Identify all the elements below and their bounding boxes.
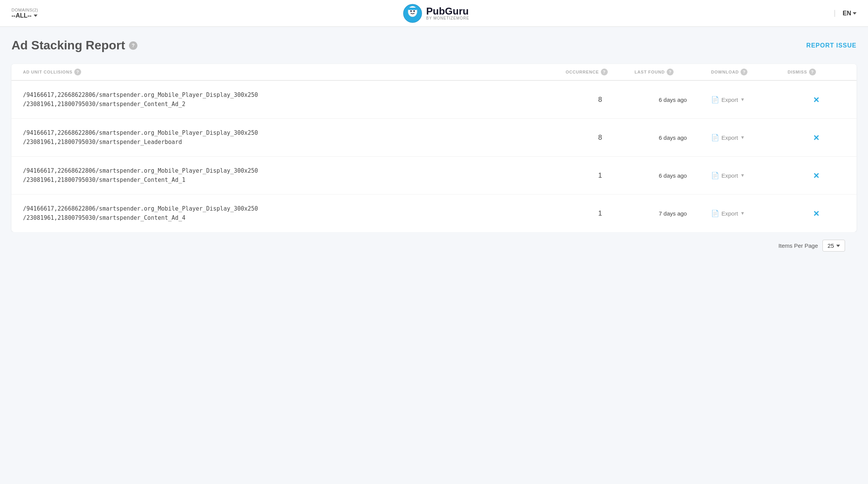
domains-label: DOMAINS(2) <box>11 8 38 12</box>
export-chevron-icon: ▼ <box>740 173 745 178</box>
logo: PubGuru by MONETIZEMORE <box>403 4 469 23</box>
dismiss-button[interactable]: × <box>813 132 819 142</box>
page-header: Ad Stacking Report ? REPORT ISSUE <box>11 38 857 52</box>
dismiss-cell: × <box>788 132 845 142</box>
ad-unit-line1: /94166617,22668622806/smartspender.org_M… <box>23 129 566 136</box>
export-label: Export <box>721 134 738 141</box>
dismiss-cell: × <box>788 208 845 218</box>
occurrence-cell: 1 <box>566 172 635 180</box>
lang-chevron-icon <box>853 12 857 15</box>
domains-dropdown[interactable]: --ALL-- <box>11 12 38 19</box>
col-dismiss-help-icon[interactable]: ? <box>809 69 816 75</box>
export-button[interactable]: 📄 Export ▼ <box>711 134 788 142</box>
col-last-found-help-icon[interactable]: ? <box>667 69 674 75</box>
lang-value: EN <box>843 10 851 17</box>
col-ad-unit: AD UNIT COLLISIONS ? <box>23 69 566 75</box>
ad-unit-line2: /23081961,21800795030/smartspender_Conte… <box>23 177 566 183</box>
domains-section: DOMAINS(2) --ALL-- <box>11 8 38 19</box>
dismiss-cell: × <box>788 170 845 180</box>
page-title-text: Ad Stacking Report <box>11 38 125 52</box>
export-button[interactable]: 📄 Export ▼ <box>711 172 788 180</box>
domains-value: --ALL-- <box>11 12 31 19</box>
occurrence-cell: 8 <box>566 96 635 104</box>
ad-unit-line1: /94166617,22668622806/smartspender.org_M… <box>23 92 566 98</box>
dismiss-cell: × <box>788 95 845 105</box>
ad-unit-cell: /94166617,22668622806/smartspender.org_M… <box>23 205 566 221</box>
ad-unit-line1: /94166617,22668622806/smartspender.org_M… <box>23 205 566 212</box>
col-dismiss: DISMISS ? <box>788 69 845 75</box>
items-per-page-label: Items Per Page <box>778 242 818 249</box>
col-occurrence: OCCURRENCE ? <box>566 69 635 75</box>
export-button[interactable]: 📄 Export ▼ <box>711 96 788 104</box>
col-download-help-icon[interactable]: ? <box>741 69 747 75</box>
ad-unit-line2: /23081961,21800795030/smartspender_Leade… <box>23 139 566 146</box>
svg-point-3 <box>410 10 412 12</box>
collisions-table: AD UNIT COLLISIONS ? OCCURRENCE ? LAST F… <box>11 64 857 232</box>
table-footer: Items Per Page 25 <box>11 232 857 259</box>
col-download: DOWNLOAD ? <box>711 69 788 75</box>
pubguru-logo-icon <box>403 4 422 23</box>
col-occurrence-help-icon[interactable]: ? <box>601 69 608 75</box>
col-ad-unit-help-icon[interactable]: ? <box>74 69 81 75</box>
last-found-cell: 6 days ago <box>635 172 711 179</box>
table-row: /94166617,22668622806/smartspender.org_M… <box>11 157 857 195</box>
dropdown-chevron-icon <box>34 15 38 17</box>
export-label: Export <box>721 172 738 179</box>
export-file-icon: 📄 <box>711 134 719 142</box>
report-issue-button[interactable]: REPORT ISSUE <box>806 42 857 49</box>
dismiss-button[interactable]: × <box>813 208 819 218</box>
page-content: Ad Stacking Report ? REPORT ISSUE AD UNI… <box>0 27 868 271</box>
ad-unit-line1: /94166617,22668622806/smartspender.org_M… <box>23 167 566 174</box>
export-chevron-icon: ▼ <box>740 211 745 216</box>
export-button[interactable]: 📄 Export ▼ <box>711 209 788 217</box>
table-row: /94166617,22668622806/smartspender.org_M… <box>11 195 857 232</box>
table-body: /94166617,22668622806/smartspender.org_M… <box>11 81 857 232</box>
svg-point-4 <box>413 10 415 12</box>
page-title: Ad Stacking Report ? <box>11 38 137 52</box>
svg-rect-5 <box>408 8 417 10</box>
last-found-cell: 7 days ago <box>635 210 711 217</box>
items-per-page-select[interactable]: 25 <box>822 240 845 252</box>
occurrence-cell: 8 <box>566 134 635 142</box>
dismiss-button[interactable]: × <box>813 170 819 180</box>
export-chevron-icon: ▼ <box>740 97 745 102</box>
language-selector[interactable]: EN <box>834 10 857 17</box>
col-last-found: LAST FOUND ? <box>635 69 711 75</box>
last-found-cell: 6 days ago <box>635 134 711 141</box>
logo-text: PubGuru by MONETIZEMORE <box>426 6 469 20</box>
ad-unit-cell: /94166617,22668622806/smartspender.org_M… <box>23 92 566 108</box>
items-per-page-value: 25 <box>827 242 834 249</box>
ad-unit-line2: /23081961,21800795030/smartspender_Conte… <box>23 214 566 221</box>
items-per-page-chevron-icon <box>836 245 840 247</box>
export-file-icon: 📄 <box>711 209 719 217</box>
export-label: Export <box>721 210 738 217</box>
logo-main-text: PubGuru <box>426 6 468 16</box>
table-header: AD UNIT COLLISIONS ? OCCURRENCE ? LAST F… <box>11 64 857 81</box>
ad-unit-cell: /94166617,22668622806/smartspender.org_M… <box>23 167 566 183</box>
export-chevron-icon: ▼ <box>740 135 745 140</box>
table-row: /94166617,22668622806/smartspender.org_M… <box>11 119 857 157</box>
header: DOMAINS(2) --ALL-- PubGuru by MONETIZEMO… <box>0 0 868 27</box>
export-label: Export <box>721 96 738 103</box>
occurrence-cell: 1 <box>566 209 635 217</box>
dismiss-button[interactable]: × <box>813 95 819 105</box>
ad-unit-cell: /94166617,22668622806/smartspender.org_M… <box>23 129 566 146</box>
logo-sub-text: by MONETIZEMORE <box>426 16 469 20</box>
table-row: /94166617,22668622806/smartspender.org_M… <box>11 81 857 119</box>
last-found-cell: 6 days ago <box>635 96 711 103</box>
page-title-help-icon[interactable]: ? <box>129 41 137 50</box>
export-file-icon: 📄 <box>711 172 719 180</box>
export-file-icon: 📄 <box>711 96 719 104</box>
ad-unit-line2: /23081961,21800795030/smartspender_Conte… <box>23 101 566 108</box>
